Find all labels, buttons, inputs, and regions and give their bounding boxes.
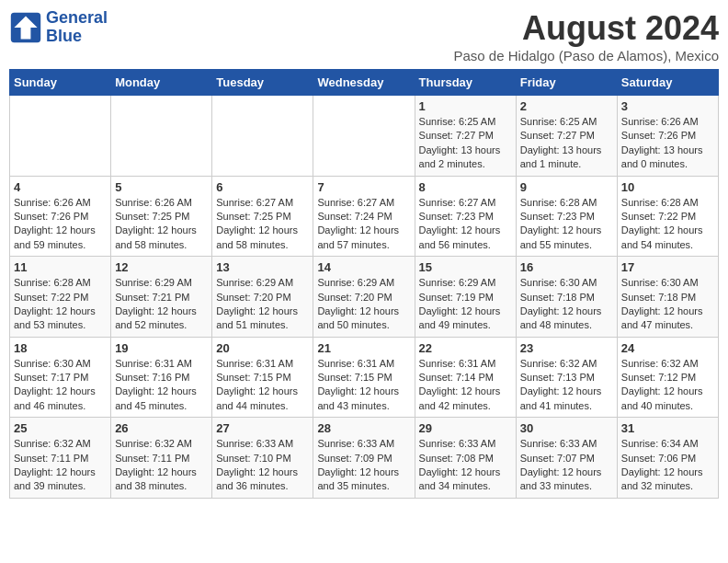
day-info: Sunrise: 6:26 AMSunset: 7:25 PMDaylight:… bbox=[115, 196, 208, 253]
header-row: SundayMondayTuesdayWednesdayThursdayFrid… bbox=[10, 70, 719, 96]
day-info: Sunrise: 6:34 AMSunset: 7:06 PMDaylight:… bbox=[621, 437, 714, 494]
day-info: Sunrise: 6:30 AMSunset: 7:18 PMDaylight:… bbox=[520, 276, 613, 333]
day-info: Sunrise: 6:29 AMSunset: 7:20 PMDaylight:… bbox=[216, 276, 309, 333]
calendar-cell: 6Sunrise: 6:27 AMSunset: 7:25 PMDaylight… bbox=[212, 176, 313, 257]
calendar-cell bbox=[111, 96, 212, 177]
day-number: 14 bbox=[317, 260, 410, 274]
day-number: 7 bbox=[317, 180, 410, 194]
calendar-cell: 22Sunrise: 6:31 AMSunset: 7:14 PMDayligh… bbox=[415, 337, 516, 418]
day-info: Sunrise: 6:29 AMSunset: 7:20 PMDaylight:… bbox=[317, 276, 410, 333]
calendar-cell: 3Sunrise: 6:26 AMSunset: 7:26 PMDaylight… bbox=[617, 96, 718, 177]
header-friday: Friday bbox=[516, 70, 617, 96]
calendar-cell: 28Sunrise: 6:33 AMSunset: 7:09 PMDayligh… bbox=[313, 418, 415, 499]
header-monday: Monday bbox=[111, 70, 212, 96]
day-number: 23 bbox=[520, 341, 613, 355]
day-number: 26 bbox=[115, 421, 208, 435]
calendar-cell: 25Sunrise: 6:32 AMSunset: 7:11 PMDayligh… bbox=[10, 418, 111, 499]
day-number: 17 bbox=[621, 260, 714, 274]
day-number: 13 bbox=[216, 260, 309, 274]
day-number: 11 bbox=[14, 260, 107, 274]
day-number: 8 bbox=[419, 180, 512, 194]
day-number: 15 bbox=[419, 260, 512, 274]
day-info: Sunrise: 6:33 AMSunset: 7:07 PMDaylight:… bbox=[520, 437, 613, 494]
calendar-cell: 21Sunrise: 6:31 AMSunset: 7:15 PMDayligh… bbox=[313, 337, 415, 418]
week-row-3: 18Sunrise: 6:30 AMSunset: 7:17 PMDayligh… bbox=[10, 337, 719, 418]
day-number: 2 bbox=[520, 99, 613, 113]
day-info: Sunrise: 6:31 AMSunset: 7:16 PMDaylight:… bbox=[115, 357, 208, 414]
day-info: Sunrise: 6:33 AMSunset: 7:10 PMDaylight:… bbox=[216, 437, 309, 494]
day-info: Sunrise: 6:31 AMSunset: 7:15 PMDaylight:… bbox=[216, 357, 309, 414]
calendar-cell: 2Sunrise: 6:25 AMSunset: 7:27 PMDaylight… bbox=[516, 96, 617, 177]
day-number: 27 bbox=[216, 421, 309, 435]
week-row-2: 11Sunrise: 6:28 AMSunset: 7:22 PMDayligh… bbox=[10, 257, 719, 338]
day-number: 4 bbox=[14, 180, 107, 194]
calendar-cell: 19Sunrise: 6:31 AMSunset: 7:16 PMDayligh… bbox=[111, 337, 212, 418]
calendar-cell bbox=[10, 96, 111, 177]
day-info: Sunrise: 6:30 AMSunset: 7:18 PMDaylight:… bbox=[621, 276, 714, 333]
header-thursday: Thursday bbox=[415, 70, 516, 96]
day-number: 29 bbox=[419, 421, 512, 435]
day-number: 10 bbox=[621, 180, 714, 194]
day-info: Sunrise: 6:32 AMSunset: 7:13 PMDaylight:… bbox=[520, 357, 613, 414]
calendar-cell: 31Sunrise: 6:34 AMSunset: 7:06 PMDayligh… bbox=[617, 418, 718, 499]
calendar-table: SundayMondayTuesdayWednesdayThursdayFrid… bbox=[9, 69, 719, 499]
day-info: Sunrise: 6:28 AMSunset: 7:22 PMDaylight:… bbox=[14, 276, 107, 333]
calendar-cell: 23Sunrise: 6:32 AMSunset: 7:13 PMDayligh… bbox=[516, 337, 617, 418]
calendar-cell: 8Sunrise: 6:27 AMSunset: 7:23 PMDaylight… bbox=[415, 176, 516, 257]
calendar-cell: 20Sunrise: 6:31 AMSunset: 7:15 PMDayligh… bbox=[212, 337, 313, 418]
calendar-cell: 14Sunrise: 6:29 AMSunset: 7:20 PMDayligh… bbox=[313, 257, 415, 338]
day-info: Sunrise: 6:32 AMSunset: 7:12 PMDaylight:… bbox=[621, 357, 714, 414]
day-number: 9 bbox=[520, 180, 613, 194]
calendar-cell: 13Sunrise: 6:29 AMSunset: 7:20 PMDayligh… bbox=[212, 257, 313, 338]
day-number: 28 bbox=[317, 421, 410, 435]
day-number: 12 bbox=[115, 260, 208, 274]
calendar-cell: 17Sunrise: 6:30 AMSunset: 7:18 PMDayligh… bbox=[617, 257, 718, 338]
day-number: 24 bbox=[621, 341, 714, 355]
calendar-cell: 24Sunrise: 6:32 AMSunset: 7:12 PMDayligh… bbox=[617, 337, 718, 418]
page-subtitle: Paso de Hidalgo (Paso de Alamos), Mexico bbox=[454, 48, 719, 63]
calendar-cell: 15Sunrise: 6:29 AMSunset: 7:19 PMDayligh… bbox=[415, 257, 516, 338]
calendar-cell: 9Sunrise: 6:28 AMSunset: 7:23 PMDaylight… bbox=[516, 176, 617, 257]
day-number: 3 bbox=[621, 99, 714, 113]
day-number: 18 bbox=[14, 341, 107, 355]
day-info: Sunrise: 6:32 AMSunset: 7:11 PMDaylight:… bbox=[14, 437, 107, 494]
calendar-cell: 18Sunrise: 6:30 AMSunset: 7:17 PMDayligh… bbox=[10, 337, 111, 418]
calendar-cell: 30Sunrise: 6:33 AMSunset: 7:07 PMDayligh… bbox=[516, 418, 617, 499]
calendar-cell: 5Sunrise: 6:26 AMSunset: 7:25 PMDaylight… bbox=[111, 176, 212, 257]
calendar-cell: 10Sunrise: 6:28 AMSunset: 7:22 PMDayligh… bbox=[617, 176, 718, 257]
week-row-4: 25Sunrise: 6:32 AMSunset: 7:11 PMDayligh… bbox=[10, 418, 719, 499]
day-number: 31 bbox=[621, 421, 714, 435]
header-tuesday: Tuesday bbox=[212, 70, 313, 96]
day-info: Sunrise: 6:33 AMSunset: 7:08 PMDaylight:… bbox=[419, 437, 512, 494]
day-info: Sunrise: 6:29 AMSunset: 7:19 PMDaylight:… bbox=[419, 276, 512, 333]
calendar-cell bbox=[313, 96, 415, 177]
day-info: Sunrise: 6:27 AMSunset: 7:23 PMDaylight:… bbox=[419, 196, 512, 253]
day-number: 16 bbox=[520, 260, 613, 274]
week-row-0: 1Sunrise: 6:25 AMSunset: 7:27 PMDaylight… bbox=[10, 96, 719, 177]
week-row-1: 4Sunrise: 6:26 AMSunset: 7:26 PMDaylight… bbox=[10, 176, 719, 257]
day-info: Sunrise: 6:27 AMSunset: 7:24 PMDaylight:… bbox=[317, 196, 410, 253]
header-sunday: Sunday bbox=[10, 70, 111, 96]
header-saturday: Saturday bbox=[617, 70, 718, 96]
title-block: August 2024 Paso de Hidalgo (Paso de Ala… bbox=[454, 9, 719, 63]
logo-line1: General bbox=[46, 8, 108, 27]
calendar-cell: 4Sunrise: 6:26 AMSunset: 7:26 PMDaylight… bbox=[10, 176, 111, 257]
day-info: Sunrise: 6:26 AMSunset: 7:26 PMDaylight:… bbox=[621, 115, 714, 172]
page-title: August 2024 bbox=[454, 9, 719, 48]
calendar-cell: 12Sunrise: 6:29 AMSunset: 7:21 PMDayligh… bbox=[111, 257, 212, 338]
day-info: Sunrise: 6:33 AMSunset: 7:09 PMDaylight:… bbox=[317, 437, 410, 494]
day-info: Sunrise: 6:26 AMSunset: 7:26 PMDaylight:… bbox=[14, 196, 107, 253]
day-info: Sunrise: 6:25 AMSunset: 7:27 PMDaylight:… bbox=[419, 115, 512, 172]
day-info: Sunrise: 6:31 AMSunset: 7:14 PMDaylight:… bbox=[419, 357, 512, 414]
day-info: Sunrise: 6:32 AMSunset: 7:11 PMDaylight:… bbox=[115, 437, 208, 494]
calendar-body: 1Sunrise: 6:25 AMSunset: 7:27 PMDaylight… bbox=[10, 96, 719, 499]
logo-text: General Blue bbox=[46, 9, 108, 46]
logo-icon bbox=[9, 11, 42, 44]
day-number: 5 bbox=[115, 180, 208, 194]
day-number: 30 bbox=[520, 421, 613, 435]
day-number: 1 bbox=[419, 99, 512, 113]
day-number: 20 bbox=[216, 341, 309, 355]
day-number: 19 bbox=[115, 341, 208, 355]
calendar-cell: 16Sunrise: 6:30 AMSunset: 7:18 PMDayligh… bbox=[516, 257, 617, 338]
day-info: Sunrise: 6:28 AMSunset: 7:22 PMDaylight:… bbox=[621, 196, 714, 253]
